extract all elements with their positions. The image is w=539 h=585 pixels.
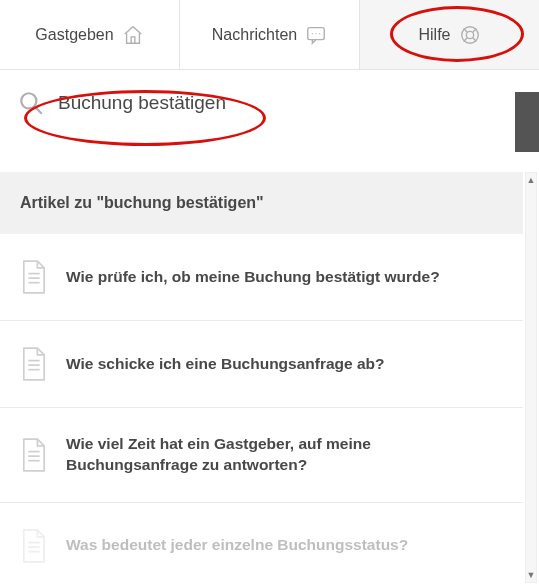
- nav-tab-messages[interactable]: Nachrichten: [179, 0, 359, 69]
- article-item[interactable]: Wie viel Zeit hat ein Gastgeber, auf mei…: [0, 408, 523, 503]
- article-title: Was bedeutet jeder einzelne Buchungsstat…: [66, 535, 408, 556]
- search-query-text: Buchung bestätigen: [58, 92, 226, 114]
- scroll-down-arrow[interactable]: ▼: [526, 568, 536, 582]
- scroll-up-arrow[interactable]: ▲: [526, 173, 536, 187]
- results-panel: Artikel zu "buchung bestätigen" Wie prüf…: [0, 172, 523, 585]
- cropped-side-panel: [515, 92, 539, 152]
- article-title: Wie viel Zeit hat ein Gastgeber, auf mei…: [66, 434, 503, 476]
- nav-label-help: Hilfe: [418, 26, 450, 44]
- article-title: Wie schicke ich eine Buchungsanfrage ab?: [66, 354, 385, 375]
- search-icon: [18, 90, 44, 116]
- svg-point-6: [21, 93, 36, 108]
- document-icon: [20, 529, 48, 563]
- chat-icon: [305, 24, 327, 46]
- svg-point-3: [319, 33, 320, 34]
- lifesaver-icon: [459, 24, 481, 46]
- search-row[interactable]: Buchung bestätigen: [0, 70, 539, 144]
- document-icon: [20, 438, 48, 472]
- document-icon: [20, 347, 48, 381]
- nav-label-messages: Nachrichten: [212, 26, 297, 44]
- svg-point-2: [316, 33, 317, 34]
- nav-label-host: Gastgeben: [35, 26, 113, 44]
- results-header: Artikel zu "buchung bestätigen": [0, 172, 523, 234]
- nav-tab-help[interactable]: Hilfe: [359, 0, 539, 69]
- article-item[interactable]: Wie prüfe ich, ob meine Buchung bestätig…: [0, 234, 523, 321]
- svg-point-1: [312, 33, 313, 34]
- scrollbar[interactable]: ▲ ▼: [525, 172, 537, 583]
- document-icon: [20, 260, 48, 294]
- article-title: Wie prüfe ich, ob meine Buchung bestätig…: [66, 267, 440, 288]
- svg-line-7: [34, 106, 42, 114]
- svg-point-5: [466, 31, 473, 38]
- article-item[interactable]: Wie schicke ich eine Buchungsanfrage ab?: [0, 321, 523, 408]
- nav-tab-host[interactable]: Gastgeben: [0, 0, 179, 69]
- home-icon: [122, 24, 144, 46]
- article-item[interactable]: Was bedeutet jeder einzelne Buchungsstat…: [0, 503, 523, 585]
